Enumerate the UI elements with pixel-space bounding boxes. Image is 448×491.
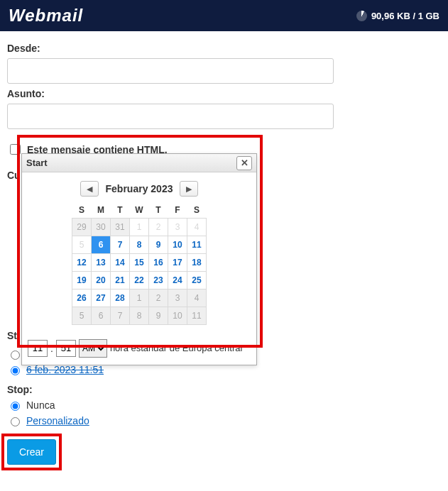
calendar-day[interactable]: 5 <box>72 236 92 253</box>
calendar-day[interactable]: 4 <box>187 218 207 236</box>
calendar-day[interactable]: 12 <box>72 253 92 271</box>
calendar-day[interactable]: 7 <box>111 307 130 324</box>
storage-text: 90,96 KB / 1 GB <box>371 11 439 21</box>
calendar-month-label: February 2023 <box>106 183 173 194</box>
calendar-day[interactable]: 17 <box>168 253 187 271</box>
chevron-right-icon: ▶ <box>186 184 192 194</box>
calendar-day[interactable]: 6 <box>92 307 111 324</box>
prev-month-button[interactable]: ◀ <box>80 181 99 197</box>
stop-custom-link[interactable]: Personalizado <box>26 415 89 426</box>
calendar-day[interactable]: 4 <box>187 289 207 307</box>
calendar-day[interactable]: 3 <box>168 289 187 307</box>
datepicker-title: Start <box>26 158 48 168</box>
start-date-link[interactable]: 6 feb. 2023 11:51 <box>26 364 104 375</box>
calendar-day[interactable]: 3 <box>168 218 187 236</box>
calendar-day[interactable]: 8 <box>130 236 149 253</box>
calendar-day[interactable]: 10 <box>168 236 187 253</box>
datepicker-popup: Start ✕ ◀ February 2023 ▶ SMTWTFS 293031… <box>21 153 257 365</box>
calendar-day[interactable]: 9 <box>149 307 168 324</box>
datepicker-titlebar: Start ✕ <box>22 154 256 172</box>
asunto-label: Asunto: <box>7 88 440 99</box>
calendar-dow: W <box>130 202 149 218</box>
timezone-label: hora estándar de Europa central <box>110 343 242 353</box>
calendar-day[interactable]: 14 <box>111 253 130 271</box>
calendar-day[interactable]: 6 <box>92 236 111 253</box>
stop-radio-custom[interactable] <box>11 417 20 426</box>
calendar-dow: S <box>187 202 207 218</box>
html-checkbox[interactable] <box>10 144 21 155</box>
stop-radio-never[interactable] <box>11 402 20 411</box>
calendar-day[interactable]: 25 <box>187 271 207 289</box>
calendar-day[interactable]: 26 <box>72 289 92 307</box>
calendar-day[interactable]: 8 <box>130 307 149 324</box>
calendar-day[interactable]: 28 <box>111 289 130 307</box>
start-radio-hidden[interactable] <box>11 351 20 360</box>
logo: Webmail <box>9 6 83 26</box>
desde-input[interactable] <box>7 58 334 84</box>
hour-input[interactable] <box>28 340 48 357</box>
calendar-day[interactable]: 19 <box>72 271 92 289</box>
ampm-select[interactable]: AM <box>79 339 107 358</box>
stop-never-label: Nunca <box>26 399 55 411</box>
calendar-dow: S <box>72 202 92 218</box>
desde-label: Desde: <box>7 43 440 54</box>
calendar-day[interactable]: 2 <box>149 289 168 307</box>
calendar-day[interactable]: 1 <box>130 218 149 236</box>
next-month-button[interactable]: ▶ <box>180 181 198 197</box>
calendar-day[interactable]: 23 <box>149 271 168 289</box>
calendar-day[interactable]: 9 <box>149 236 168 253</box>
calendar-day[interactable]: 11 <box>187 307 207 324</box>
calendar-day[interactable]: 24 <box>168 271 187 289</box>
start-radio-custom[interactable] <box>11 366 20 375</box>
calendar-day[interactable]: 1 <box>130 289 149 307</box>
asunto-input[interactable] <box>7 104 334 129</box>
calendar-day[interactable]: 18 <box>187 253 207 271</box>
calendar-day[interactable]: 29 <box>72 218 92 236</box>
calendar-day[interactable]: 27 <box>92 289 111 307</box>
calendar-day[interactable]: 11 <box>187 236 207 253</box>
chevron-left-icon: ◀ <box>87 184 92 194</box>
create-button[interactable]: Crear <box>7 439 56 465</box>
calendar-day[interactable]: 10 <box>168 307 187 324</box>
calendar-grid: SMTWTFS 29303112345678910111213141516171… <box>72 202 207 325</box>
calendar-day[interactable]: 13 <box>92 253 111 271</box>
minute-input[interactable] <box>56 340 76 357</box>
calendar-day[interactable]: 16 <box>149 253 168 271</box>
close-button[interactable]: ✕ <box>236 156 252 170</box>
calendar-day[interactable]: 15 <box>130 253 149 271</box>
calendar-day[interactable]: 22 <box>130 271 149 289</box>
pie-chart-icon <box>356 11 367 21</box>
calendar-day[interactable]: 30 <box>92 218 111 236</box>
header-bar: Webmail 90,96 KB / 1 GB <box>0 0 448 31</box>
calendar-dow: T <box>149 202 168 218</box>
calendar-day[interactable]: 21 <box>111 271 130 289</box>
calendar-day[interactable]: 5 <box>72 307 92 324</box>
calendar-day[interactable]: 20 <box>92 271 111 289</box>
calendar-day[interactable]: 7 <box>111 236 130 253</box>
calendar-day[interactable]: 2 <box>149 218 168 236</box>
calendar-dow: F <box>168 202 187 218</box>
calendar-day[interactable]: 31 <box>111 218 130 236</box>
storage-indicator[interactable]: 90,96 KB / 1 GB <box>356 11 439 21</box>
calendar-dow: T <box>111 202 130 218</box>
stop-label: Stop: <box>7 384 440 395</box>
close-icon: ✕ <box>241 158 248 168</box>
calendar-dow: M <box>92 202 111 218</box>
